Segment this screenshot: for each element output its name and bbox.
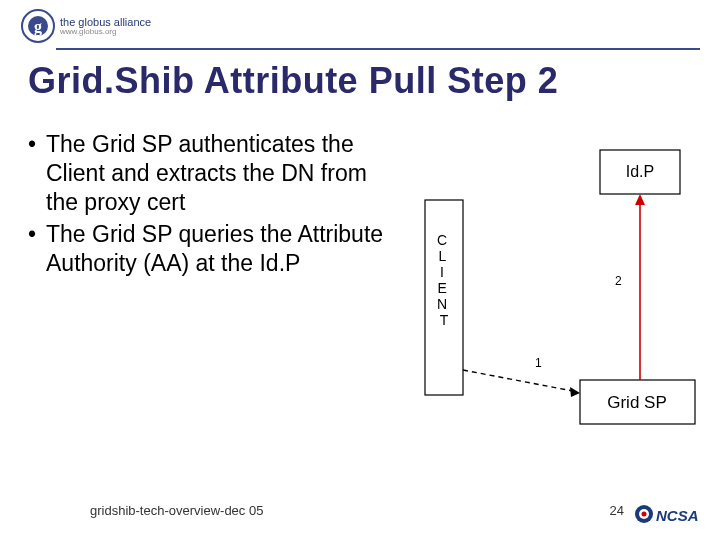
globus-g-icon: g bbox=[20, 8, 56, 44]
svg-marker-7 bbox=[570, 387, 580, 397]
svg-point-12 bbox=[642, 512, 647, 517]
arrow2-label: 2 bbox=[615, 274, 622, 288]
flow-diagram: Id.P C L I E N T Grid SP 1 2 bbox=[420, 145, 700, 435]
svg-line-6 bbox=[463, 370, 578, 392]
slide-title: Grid.Shib Attribute Pull Step 2 bbox=[28, 60, 558, 102]
header-divider bbox=[56, 48, 700, 50]
footer-text: gridshib-tech-overview-dec 05 bbox=[90, 503, 263, 518]
ncsa-logo: NCSA bbox=[634, 500, 704, 528]
globus-logo-top: the globus alliance bbox=[60, 17, 151, 28]
page-number: 24 bbox=[610, 503, 624, 518]
bullet-item: The Grid SP queries the Attribute Author… bbox=[28, 220, 398, 278]
arrow1-label: 1 bbox=[535, 356, 542, 370]
svg-marker-9 bbox=[635, 194, 645, 205]
globus-logo-sub: www.globus.org bbox=[60, 28, 151, 36]
globus-logo: g the globus alliance www.globus.org bbox=[20, 8, 151, 44]
gridsp-label: Grid SP bbox=[607, 393, 667, 412]
idp-label: Id.P bbox=[626, 163, 654, 180]
globus-logo-text: the globus alliance www.globus.org bbox=[60, 17, 151, 36]
bullet-item: The Grid SP authenticates the Client and… bbox=[28, 130, 398, 216]
bullet-list: The Grid SP authenticates the Client and… bbox=[28, 130, 398, 282]
svg-text:g: g bbox=[34, 18, 42, 36]
svg-text:NCSA: NCSA bbox=[656, 507, 699, 524]
